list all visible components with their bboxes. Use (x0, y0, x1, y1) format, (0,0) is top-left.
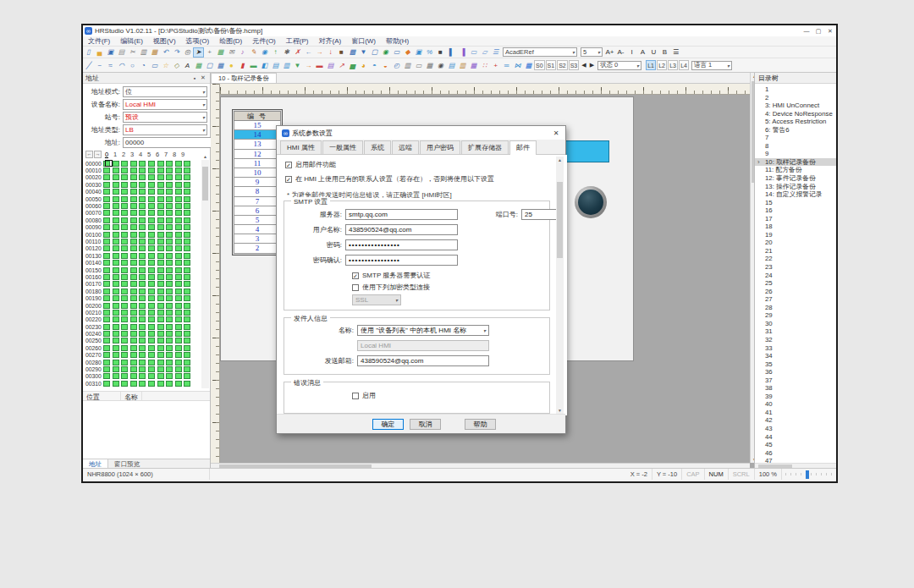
tree-item[interactable]: 5: Access Restriction (755, 118, 836, 126)
tree-item[interactable]: 30 (755, 320, 836, 328)
next-state-button[interactable]: ▶ (588, 62, 596, 69)
tree-item[interactable]: 4: Device NoResponse (755, 110, 836, 118)
print-icon[interactable]: ▤ (116, 47, 127, 58)
gauge-icon[interactable]: ◒ (380, 60, 391, 70)
tree-item[interactable]: 40 (755, 400, 836, 409)
star-tool-icon[interactable]: ☆ (160, 60, 171, 70)
alarm-bar-icon[interactable]: ▬ (314, 60, 325, 70)
address-row-cells[interactable] (103, 224, 193, 230)
enable-mail-checkbox[interactable]: ✓ (285, 162, 292, 168)
field-combo[interactable]: 预设 ▾ (123, 112, 207, 123)
redo-icon[interactable]: ↷ (171, 47, 182, 58)
address-row-cells[interactable] (103, 316, 193, 322)
recipe-icon[interactable]: ▥ (457, 60, 468, 70)
package-icon[interactable]: ■ (336, 47, 347, 58)
address-row-cells[interactable] (103, 381, 193, 387)
state-button[interactable]: S3 (569, 60, 580, 70)
undo-icon[interactable]: ↶ (160, 47, 171, 58)
menu-draw[interactable]: 绘图(D) (214, 36, 247, 46)
minimize-button[interactable]: — (801, 28, 812, 35)
sampling-table-row[interactable]: 15 (234, 121, 281, 130)
address-row-cells[interactable] (103, 303, 193, 309)
text-display-icon[interactable]: ▥ (281, 60, 292, 70)
address-row-cells[interactable] (103, 274, 193, 280)
tree-item[interactable]: 33 (755, 344, 836, 353)
dialog-scrollbar[interactable]: ▲ ▼ (556, 157, 564, 414)
tree-item[interactable]: 18 (755, 223, 836, 231)
sampling-table-row[interactable]: 12 (234, 150, 281, 159)
layer-button[interactable]: L2 (657, 60, 667, 70)
address-row-cells[interactable] (103, 182, 193, 188)
address-row-cells[interactable] (103, 324, 193, 330)
line-tool-icon[interactable]: ╱ (83, 60, 94, 70)
cut-icon[interactable]: ✂ (127, 47, 138, 58)
circle-tool-icon[interactable]: ○ (127, 60, 138, 70)
toggle-switch-icon[interactable]: ◧ (259, 60, 270, 70)
tree-item[interactable]: 43 (755, 425, 836, 433)
address-row-cells[interactable] (103, 245, 193, 251)
address-input[interactable]: 00000 (123, 137, 212, 148)
address-row-cells[interactable] (103, 239, 193, 245)
tree-item[interactable]: 31 (755, 327, 836, 336)
image-icon[interactable]: ▦ (215, 47, 226, 58)
combo-widget-icon[interactable]: ▼ (292, 60, 303, 70)
sampling-table-row[interactable]: 9 (234, 178, 281, 187)
address-row-cells[interactable] (103, 161, 193, 167)
tree-item[interactable]: 32 (755, 336, 836, 344)
clock-icon[interactable]: ◴ (391, 60, 402, 70)
tree-item[interactable]: 14: 自定义报警记录 (755, 190, 836, 199)
dialog-tab[interactable]: HMI 属性 (280, 140, 322, 154)
sampling-table-row[interactable]: 7 (234, 197, 281, 206)
prev-state-button[interactable]: ◀ (580, 62, 587, 69)
address-row-cells[interactable] (103, 366, 193, 372)
tree-item[interactable]: 1 (755, 85, 836, 94)
use-contacts-checkbox[interactable]: ✓ (285, 176, 292, 183)
password-confirm-input[interactable]: •••••••••••••••• (345, 255, 458, 266)
catalog-icon[interactable]: ▐ (457, 47, 468, 58)
address-row-cells[interactable] (103, 345, 193, 351)
port-input[interactable]: 25 (521, 209, 557, 220)
tree-item[interactable]: 39 (755, 393, 836, 401)
state-button[interactable]: S0 (534, 60, 545, 70)
tree-item[interactable]: 24 (755, 272, 836, 280)
copy-icon[interactable]: ▥ (138, 47, 149, 58)
tree-item[interactable]: 21 (755, 247, 836, 256)
address-row-cells[interactable] (103, 360, 193, 365)
message-icon[interactable]: ▣ (413, 47, 424, 58)
field-combo[interactable]: Local HMI ▾ (123, 99, 207, 110)
event-display-icon[interactable]: ▤ (325, 60, 336, 70)
dialog-close-button[interactable]: ✕ (550, 129, 562, 137)
gear-icon[interactable]: ✱ (281, 47, 292, 58)
smtp-auth-checkbox[interactable]: ✓ (352, 272, 359, 279)
tree-item[interactable]: 6: 警告6 (755, 126, 836, 135)
address-row-cells[interactable] (103, 189, 193, 195)
tree-item[interactable]: 16 (755, 206, 836, 215)
address-row-cells[interactable] (103, 203, 193, 209)
dialog-tab[interactable]: 扩展存储器 (461, 140, 509, 154)
offline-simulate-icon[interactable]: ▢ (369, 47, 380, 58)
globe-icon[interactable]: ◉ (259, 47, 270, 58)
address-row-cells[interactable] (103, 310, 193, 316)
tree-item[interactable]: 13: 操作记录备份 (755, 183, 836, 191)
arc-tool-icon[interactable]: ◠ (116, 60, 127, 70)
address-row-cells[interactable] (103, 267, 193, 273)
sampling-table-row[interactable]: 4 (234, 225, 281, 234)
window-new-icon[interactable]: ▭ (468, 47, 479, 58)
underline-button[interactable]: A (637, 47, 648, 58)
monitor-icon[interactable]: ▭ (391, 47, 402, 58)
pen-icon[interactable]: ✎ (248, 47, 259, 58)
server-input[interactable]: smtp.qq.com (345, 209, 458, 220)
address-row-cells[interactable] (103, 331, 193, 337)
menu-options[interactable]: 选项(O) (181, 36, 215, 46)
arrow-left-icon[interactable]: ← (303, 47, 314, 58)
tree-item[interactable]: 19 (755, 231, 836, 239)
polygon-tool-icon[interactable]: ◇ (171, 60, 182, 70)
tree-item[interactable]: 42 (755, 416, 836, 425)
open-folder-icon[interactable]: ▄ (94, 47, 105, 58)
dialog-tab[interactable]: 远端 (392, 140, 419, 154)
bell-icon[interactable]: ◆ (402, 47, 413, 58)
selected-address-cell[interactable] (105, 160, 113, 167)
grid-widget-icon[interactable]: ▦ (523, 60, 534, 70)
add-widget-icon[interactable]: + (490, 60, 501, 70)
address-row-cells[interactable] (103, 373, 193, 379)
